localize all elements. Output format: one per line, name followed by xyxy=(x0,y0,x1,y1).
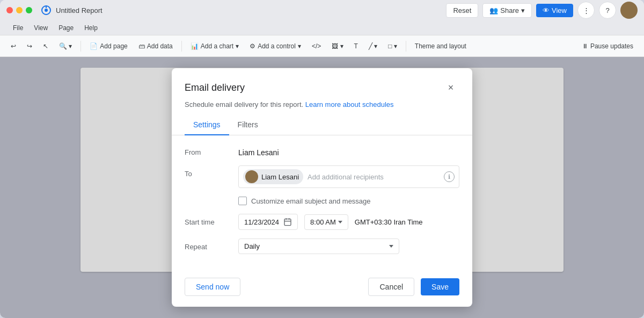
title-bar: Untitled Report Reset 👥 Share ▾ 👁 View ⋮… xyxy=(0,0,644,20)
repeat-chevron-icon xyxy=(389,245,393,248)
modal-backdrop: Email delivery × Schedule email delivery… xyxy=(0,57,644,318)
from-value: Liam Lesani xyxy=(238,144,459,157)
recipient-avatar xyxy=(245,170,258,183)
code-button[interactable]: </> xyxy=(308,40,325,52)
customize-checkbox[interactable] xyxy=(238,197,247,205)
more-options-button[interactable]: ⋮ xyxy=(577,2,595,19)
time-picker[interactable]: 8:00 AM xyxy=(304,214,348,230)
text-button[interactable]: T xyxy=(350,40,362,52)
pointer-button[interactable]: ↖ xyxy=(39,40,53,52)
undo-button[interactable]: ↩ xyxy=(6,40,20,52)
modal-header: Email delivery × xyxy=(172,68,472,100)
to-label: To xyxy=(185,165,238,178)
checkbox-label[interactable]: Customize email subject and message xyxy=(251,197,371,205)
repeat-value: Daily xyxy=(244,242,260,250)
separator-3 xyxy=(406,41,406,52)
modal-tabs: Settings Filters xyxy=(172,115,472,135)
menu-page[interactable]: Page xyxy=(54,22,78,34)
info-icon[interactable]: ℹ xyxy=(444,171,455,182)
modal-title: Email delivery xyxy=(185,82,245,93)
add-chart-button[interactable]: 📊 Add a chart ▾ xyxy=(186,40,243,52)
help-button[interactable]: ? xyxy=(599,2,616,19)
close-traffic-light[interactable] xyxy=(6,7,13,13)
svg-point-1 xyxy=(45,9,48,12)
zoom-button[interactable]: 🔍 ▾ xyxy=(55,40,76,52)
email-delivery-modal: Email delivery × Schedule email delivery… xyxy=(172,68,472,307)
pause-updates-button[interactable]: ⏸ Pause updates xyxy=(577,40,638,52)
save-button[interactable]: Save xyxy=(421,278,459,295)
start-time-label: Start time xyxy=(185,214,238,226)
minimize-traffic-light[interactable] xyxy=(16,7,23,13)
recipient-chip: Liam Lesani xyxy=(243,169,303,184)
repeat-row: Repeat Daily xyxy=(185,238,459,254)
avatar[interactable] xyxy=(620,2,638,19)
header-actions: Reset 👥 Share ▾ 👁 View ⋮ ? xyxy=(446,2,638,19)
redo-button[interactable]: ↪ xyxy=(23,40,36,52)
modal-close-button[interactable]: × xyxy=(442,79,459,96)
checkbox-row: Customize email subject and message xyxy=(185,197,459,205)
main-content: Email delivery × Schedule email delivery… xyxy=(0,57,644,318)
from-row: From Liam Lesani xyxy=(185,144,459,157)
timezone-text: GMT+03:30 Iran Time xyxy=(355,218,423,226)
tab-settings[interactable]: Settings xyxy=(185,115,229,135)
menu-help[interactable]: Help xyxy=(80,22,102,34)
menu-view[interactable]: View xyxy=(30,22,52,34)
modal-subtitle: Schedule email delivery for this report.… xyxy=(172,100,472,115)
add-data-button[interactable]: 🗃 Add data xyxy=(134,40,177,52)
app-icon xyxy=(41,5,52,16)
theme-layout-button[interactable]: Theme and layout xyxy=(411,40,471,52)
add-control-button[interactable]: ⚙ Add a control ▾ xyxy=(245,40,305,52)
toolbar: ↩ ↪ ↖ 🔍 ▾ 📄 Add page 🗃 Add data 📊 Add a … xyxy=(0,35,644,57)
app-window: Untitled Report Reset 👥 Share ▾ 👁 View ⋮… xyxy=(0,0,644,318)
recipients-field[interactable]: Liam Lesani Add additional recipients ℹ xyxy=(238,165,459,188)
page-title: Untitled Report xyxy=(56,6,103,15)
menu-file[interactable]: File xyxy=(9,22,27,34)
image-button[interactable]: 🖼 ▾ xyxy=(327,40,347,52)
menu-bar: File View Page Help xyxy=(0,20,644,35)
calendar-icon xyxy=(283,218,292,226)
recipient-name: Liam Lesani xyxy=(261,173,299,181)
svg-rect-3 xyxy=(284,219,291,226)
view-button[interactable]: 👁 View xyxy=(536,4,573,17)
start-time-row: Start time 11/23/2024 xyxy=(185,214,459,230)
title-section: Untitled Report xyxy=(41,5,103,16)
share-button[interactable]: 👥 Share ▾ xyxy=(482,3,532,18)
line-button[interactable]: ╱ ▾ xyxy=(364,40,382,52)
traffic-lights xyxy=(6,7,32,13)
repeat-label: Repeat xyxy=(185,238,238,251)
to-row: To Liam Lesani Add additional recipients… xyxy=(185,165,459,188)
footer-right-actions: Cancel Save xyxy=(368,278,459,296)
date-picker[interactable]: 11/23/2024 xyxy=(238,214,298,230)
time-value: 8:00 AM xyxy=(310,218,336,226)
send-now-button[interactable]: Send now xyxy=(185,278,240,296)
repeat-dropdown[interactable]: Daily xyxy=(238,238,399,254)
recipients-placeholder[interactable]: Add additional recipients xyxy=(308,173,440,181)
time-chevron-icon xyxy=(338,221,342,223)
separator-2 xyxy=(181,41,182,52)
tab-filters[interactable]: Filters xyxy=(229,115,267,135)
modal-footer: Send now Cancel Save xyxy=(172,271,472,307)
shape-button[interactable]: □ ▾ xyxy=(384,40,401,52)
fullscreen-traffic-light[interactable] xyxy=(26,7,32,13)
reset-button[interactable]: Reset xyxy=(446,3,478,18)
from-label: From xyxy=(185,144,238,156)
learn-more-link[interactable]: Learn more about schedules xyxy=(305,100,394,109)
separator-1 xyxy=(80,41,81,52)
modal-body: From Liam Lesani To Liam Lesani Add addi… xyxy=(172,135,472,271)
cancel-button[interactable]: Cancel xyxy=(368,278,414,296)
date-value: 11/23/2024 xyxy=(244,218,279,226)
add-page-button[interactable]: 📄 Add page xyxy=(85,40,131,52)
